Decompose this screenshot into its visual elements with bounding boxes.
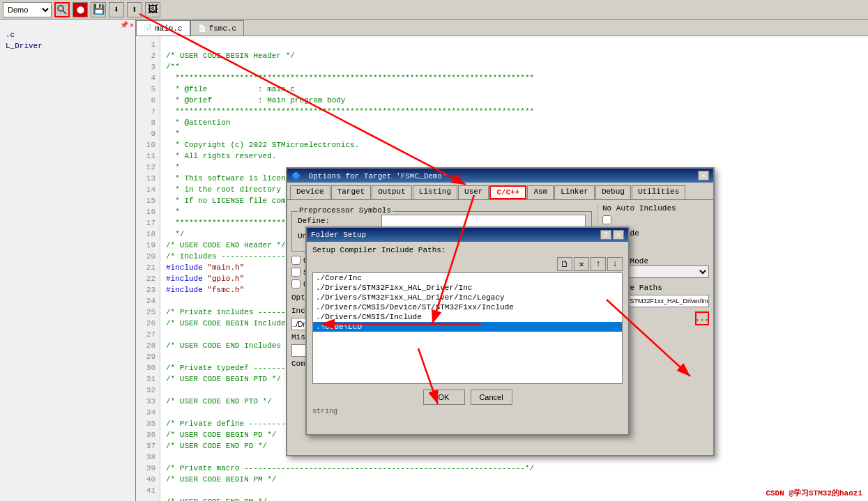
line-numbers: 12345 678910 1112131415 1617181920 21222… xyxy=(136,36,160,501)
list-item[interactable]: ./Drivers/STM32F1xx_HAL_Driver/Inc xyxy=(313,283,622,293)
folder-dialog: Folder Setup ? ✕ Setup Compiler Include … xyxy=(305,226,630,436)
one-elf-check[interactable] xyxy=(291,279,300,288)
tab-output[interactable]: Output xyxy=(372,185,412,199)
options-dialog-title: Options for Target 'FSMC_Demo' xyxy=(309,172,447,180)
list-item[interactable]: ./Drivers/CMSIS/Include xyxy=(313,312,622,322)
sidebar-pin: 📌 ✕ xyxy=(1,21,134,29)
tab-fsmc-c-icon: 📄 xyxy=(198,24,206,33)
tab-main-c-icon: 📄 xyxy=(144,24,152,33)
tab-user[interactable]: User xyxy=(458,185,489,199)
folder-bottom-text: string xyxy=(312,408,337,415)
folder-new-btn[interactable]: 🗋 xyxy=(557,257,572,271)
tab-listing[interactable]: Listing xyxy=(413,185,457,199)
toolbar-icon-4[interactable]: ⬇ xyxy=(109,2,124,17)
folder-dialog-label: Setup Compiler Include Paths: xyxy=(312,246,623,254)
folder-dialog-title: Folder Setup xyxy=(311,231,366,239)
sidebar-item-driver[interactable]: L_Driver xyxy=(1,40,134,52)
tab-asm[interactable]: Asm xyxy=(527,185,554,199)
folder-delete-btn[interactable]: ✕ xyxy=(574,257,589,271)
no-auto-includes-label: No Auto Includes xyxy=(602,204,676,213)
folder-dialog-titlebar: Folder Setup ? ✕ xyxy=(307,228,628,242)
tab-main-c-label: main.c xyxy=(155,24,183,33)
svg-line-1 xyxy=(63,10,66,14)
toolbar-icon-3[interactable]: 💾 xyxy=(91,2,106,17)
toolbar-icon-2[interactable]: ⬤ xyxy=(73,2,88,17)
preprocessor-label: Preprocessor Symbols xyxy=(298,206,393,215)
list-item-selected[interactable]: .\code\LCD xyxy=(313,322,622,332)
sidebar: 📌 ✕ .c L_Driver xyxy=(0,20,136,501)
svg-point-0 xyxy=(58,6,63,11)
tab-bar: 📄 main.c 📄 fsmc.c xyxy=(136,20,868,36)
folder-titlebar-btns: ? ✕ xyxy=(600,230,624,240)
tab-fsmc-c[interactable]: 📄 fsmc.c xyxy=(190,20,245,36)
sidebar-item-c-label: .c xyxy=(4,29,16,40)
tab-main-c[interactable]: 📄 main.c xyxy=(136,20,190,36)
folder-dialog-content: Setup Compiler Include Paths: 🗋 ✕ ↑ ↓ ./… xyxy=(307,242,628,419)
project-dropdown[interactable]: Demo xyxy=(3,2,52,17)
sidebar-item-driver-label: L_Driver xyxy=(4,40,44,52)
ellipsis-button[interactable]: ... xyxy=(695,311,709,325)
define-label: Define: xyxy=(298,217,381,225)
folder-close-btn[interactable]: ✕ xyxy=(613,230,624,240)
toolbar-icon-6[interactable]: 🖼 xyxy=(145,2,160,17)
no-auto-check[interactable] xyxy=(602,215,611,224)
toolbar-icon-1[interactable] xyxy=(54,2,70,17)
define-input[interactable] xyxy=(381,215,586,227)
tab-target[interactable]: Target xyxy=(331,185,372,199)
tab-utilities[interactable]: Utilities xyxy=(632,185,685,199)
sidebar-item-c[interactable]: .c xyxy=(1,29,134,40)
opt-time-check[interactable] xyxy=(291,256,300,265)
split-check[interactable] xyxy=(291,268,300,277)
list-item[interactable]: ./Drivers/CMSIS/Device/ST/STM32F1xx/Incl… xyxy=(313,302,622,312)
tab-cpp[interactable]: C/C++ xyxy=(489,185,526,199)
folder-help-btn[interactable]: ? xyxy=(600,230,611,240)
folder-cancel-button[interactable]: Cancel xyxy=(471,390,512,405)
folder-down-btn[interactable]: ↓ xyxy=(607,257,623,271)
options-dialog-title-icon: 🔷 xyxy=(291,172,301,180)
folder-toolbar: 🗋 ✕ ↑ ↓ xyxy=(312,257,623,271)
toolbar: Demo ⬤ 💾 ⬇ ⬆ 🖼 xyxy=(0,0,868,20)
tab-device[interactable]: Device xyxy=(290,185,330,199)
options-dialog-close[interactable]: ✕ xyxy=(698,171,709,180)
folder-ok-button[interactable]: OK xyxy=(423,390,465,405)
options-dialog-tabs: Device Target Output Listing User C/C++ … xyxy=(287,183,713,200)
options-dialog-titlebar: 🔷 Options for Target 'FSMC_Demo' ✕ xyxy=(287,169,713,183)
folder-list[interactable]: ./Core/Inc ./Drivers/STM32F1xx_HAL_Drive… xyxy=(312,272,623,384)
watermark: CSDN @学习STM32的haozi xyxy=(766,488,862,498)
list-item[interactable]: ./Drivers/STM32F1xx_HAL_Driver/Inc/Legac… xyxy=(313,293,622,302)
list-item[interactable]: ./Core/Inc xyxy=(313,273,622,283)
toolbar-icon-5[interactable]: ⬆ xyxy=(127,2,142,17)
tab-debug[interactable]: Debug xyxy=(595,185,631,199)
folder-buttons: OK Cancel xyxy=(312,390,623,405)
folder-up-btn[interactable]: ↑ xyxy=(591,257,606,271)
tab-fsmc-c-label: fsmc.c xyxy=(209,24,237,33)
tab-linker[interactable]: Linker xyxy=(554,185,595,199)
